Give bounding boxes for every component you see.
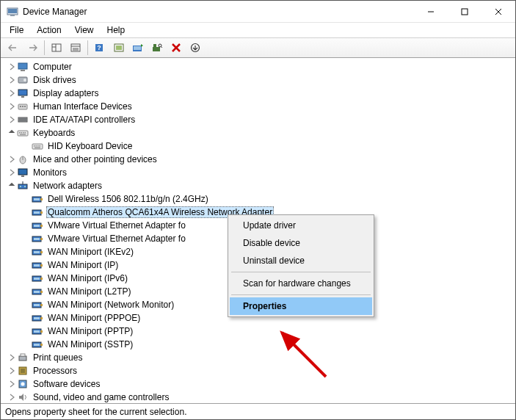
tree-node-label: Display adapters <box>32 88 100 98</box>
svg-rect-50 <box>40 145 41 147</box>
tree-expander[interactable] <box>21 141 32 151</box>
tree-expander[interactable] <box>21 247 32 257</box>
tree-expander[interactable] <box>7 115 17 125</box>
svg-rect-62 <box>40 198 43 200</box>
tree-expander[interactable] <box>21 273 32 283</box>
tree-expander[interactable] <box>7 181 17 191</box>
tree-node[interactable]: Network adapters <box>2 179 515 192</box>
netadapter-icon <box>32 325 43 337</box>
svg-rect-83 <box>40 291 43 293</box>
tree-node-label: Computer <box>32 62 73 72</box>
svg-rect-74 <box>40 251 43 253</box>
svg-rect-68 <box>40 225 43 227</box>
tree-expander[interactable] <box>7 352 17 363</box>
tree-node-label: WAN Miniport (SSTP) <box>46 339 134 350</box>
back-button[interactable] <box>4 40 22 56</box>
tree-node-label: WAN Miniport (Network Monitor) <box>46 300 175 310</box>
toolbar-separator <box>44 40 45 55</box>
menu-view[interactable]: View <box>69 24 100 36</box>
device-manager-window: Device Manager File Action View Help ? C… <box>0 0 516 420</box>
tree-expander[interactable] <box>7 379 17 389</box>
menu-help[interactable]: Help <box>101 24 131 36</box>
uninstall-toolbar-button[interactable] <box>167 40 185 56</box>
display-icon <box>17 87 29 99</box>
netadapter-icon <box>32 286 43 297</box>
tree-expander[interactable] <box>21 313 32 323</box>
tree-expander[interactable] <box>7 75 17 85</box>
tree-node[interactable]: Mice and other pointing devices <box>2 153 515 166</box>
svg-rect-4 <box>462 9 468 15</box>
context-menu-item[interactable]: Update driver <box>230 217 372 234</box>
disk-icon <box>17 74 29 86</box>
tree-expander[interactable] <box>21 194 32 204</box>
svg-rect-92 <box>40 330 43 333</box>
menu-file[interactable]: File <box>4 24 29 36</box>
tree-expander[interactable] <box>21 220 32 231</box>
maximize-button[interactable] <box>448 1 482 22</box>
minimize-button[interactable] <box>414 1 448 22</box>
context-menu-item[interactable]: Scan for hardware changes <box>230 275 372 292</box>
tree-expander[interactable] <box>7 154 17 164</box>
toolbar-button[interactable] <box>110 40 128 56</box>
tree-expander[interactable] <box>21 233 32 244</box>
tree-expander[interactable] <box>7 128 17 138</box>
menu-action[interactable]: Action <box>31 24 67 36</box>
tree-node-label: VMware Virtual Ethernet Adapter fo <box>46 233 187 244</box>
tree-expander[interactable] <box>21 326 32 336</box>
svg-rect-2 <box>10 15 15 16</box>
tree-node[interactable]: Dell Wireless 1506 802.11b/g/n (2.4GHz) <box>2 192 515 206</box>
tree-expander[interactable] <box>21 300 32 310</box>
forward-button[interactable] <box>23 40 41 56</box>
svg-rect-35 <box>22 106 23 107</box>
tree-node[interactable]: IDE ATA/ATAPI controllers <box>2 113 515 126</box>
tree-node[interactable]: Display adapters <box>2 87 515 100</box>
tree-node-label: WAN Miniport (IP) <box>46 260 120 270</box>
tree-node[interactable]: WAN Miniport (PPTP) <box>2 325 515 338</box>
tree-expander[interactable] <box>7 167 17 178</box>
tree-node-label: Sound, video and game controllers <box>32 392 170 402</box>
processor-icon <box>17 365 29 377</box>
context-menu-item[interactable]: Properties <box>230 297 372 315</box>
tree-expander[interactable] <box>21 207 32 217</box>
svg-rect-91 <box>34 330 40 333</box>
tree-node[interactable]: Keyboards <box>2 126 515 140</box>
tree-node-label: Mice and other pointing devices <box>32 154 159 164</box>
tree-expander[interactable] <box>7 101 17 112</box>
tree-node[interactable]: WAN Miniport (SSTP) <box>2 338 515 351</box>
update-driver-toolbar-button[interactable] <box>129 40 147 56</box>
tree-expander[interactable] <box>21 260 32 270</box>
app-icon <box>7 6 18 18</box>
tree-node[interactable]: Monitors <box>2 166 515 179</box>
tree-node[interactable]: Sound, video and game controllers <box>2 391 515 403</box>
tree-node[interactable]: Computer <box>2 60 515 73</box>
close-button[interactable] <box>482 1 515 22</box>
tree-node[interactable]: Human Interface Devices <box>2 100 515 113</box>
svg-rect-54 <box>18 169 27 175</box>
svg-rect-94 <box>34 344 40 346</box>
help-toolbar-button[interactable]: ? <box>91 40 109 56</box>
context-menu-item[interactable]: Uninstall device <box>230 252 372 269</box>
tree-node-label: VMware Virtual Ethernet Adapter fo <box>46 220 187 231</box>
tree-expander[interactable] <box>21 339 32 350</box>
keyboard-icon <box>17 127 29 139</box>
window-controls <box>414 1 515 22</box>
tree-expander[interactable] <box>7 88 17 98</box>
tree-expander[interactable] <box>7 366 17 376</box>
tree-node[interactable]: Processors <box>2 364 515 377</box>
tree-node[interactable]: Print queues <box>2 351 515 364</box>
tree-node[interactable]: HID Keyboard Device <box>2 140 515 153</box>
svg-point-101 <box>21 383 25 386</box>
svg-rect-97 <box>21 354 25 356</box>
context-menu-item[interactable]: Disable device <box>230 234 372 252</box>
tree-expander[interactable] <box>21 286 32 297</box>
tree-expander[interactable] <box>7 62 17 72</box>
disable-toolbar-button[interactable] <box>186 40 204 56</box>
svg-rect-96 <box>19 356 26 361</box>
properties-toolbar-button[interactable] <box>67 40 84 56</box>
tree-node[interactable]: Software devices <box>2 377 515 391</box>
svg-rect-41 <box>19 132 21 134</box>
tree-expander[interactable] <box>7 392 17 402</box>
tree-node[interactable]: Disk drives <box>2 73 515 87</box>
show-hide-console-button[interactable] <box>48 40 65 56</box>
scan-hardware-toolbar-button[interactable] <box>148 40 166 56</box>
